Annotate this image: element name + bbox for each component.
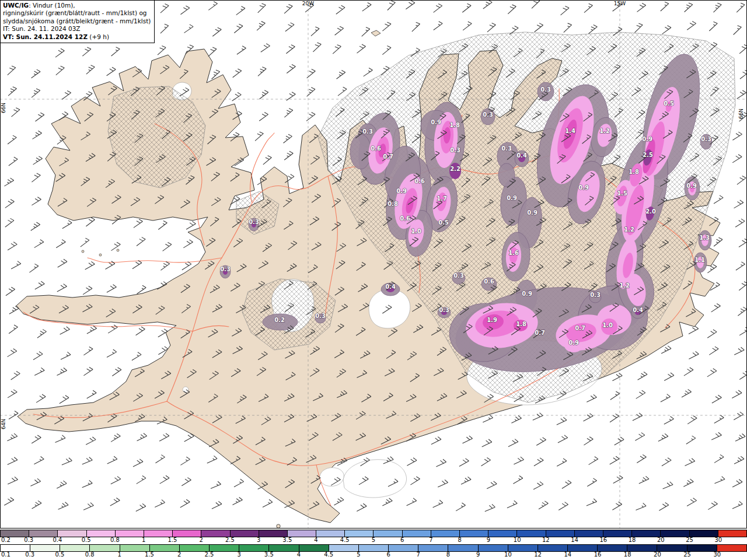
colorbar-rain-segment [329,545,359,551]
colorbar-sleet-segment [460,530,488,537]
colorbar-rain-tick-label: 3 [237,552,240,558]
colorbar-rain-tick-label: 10 [504,552,512,558]
precip-value-label: 0.9 [507,195,517,201]
precip-value-label: 0.5 [438,219,449,226]
legend: 0.20.30.40.50.811.522.533.544.5567891012… [0,528,747,558]
colorbar-rain-tick-label: 0.8 [85,552,95,558]
precip-value-label: 0.6 [400,215,410,222]
latitude-label: 64N [1,419,6,429]
precip-value-label: 0.9 [578,184,589,191]
precip-value-label: 0.9 [431,119,441,125]
precip-value-label: 0.9 [522,290,532,297]
colorbar-sleet-segment [259,530,288,537]
colorbar-rain-segment [448,545,478,551]
colorbar-rain-tick-label: 0.5 [55,552,64,558]
precip-value-label: 0.3 [439,307,449,313]
colorbar-sleet-tick-label: 0.5 [82,537,91,543]
colorbar-sleet-tick-label: 7 [429,537,432,543]
precip-value-label: 0.9 [686,183,697,189]
colorbar-sleet-segment [517,530,546,537]
colorbar-rain-segment [90,545,120,551]
colorbar-rain-segment [687,545,717,551]
colorbar-sleet-tick-label: 0.4 [53,537,62,543]
precip-value-label: 0.9 [642,136,652,142]
colorbar-rain-segment [150,545,180,551]
precip-value-label: 0.8 [388,201,398,207]
colorbar-rain-segment [717,545,746,551]
colorbar-rain-segment [1,545,30,551]
precip-value-label: 1.4 [565,128,575,134]
colorbar-sleet-tick-label: 25 [686,537,693,543]
precip-value-label: 0.3 [501,145,512,152]
colorbar-rain-segment [389,545,418,551]
colorbar-rain-tick-label: 5 [357,552,360,558]
colorbar-sleet-segment [231,530,259,537]
colorbar-sleet-segment [690,530,718,537]
longitude-label: 20W [302,1,314,6]
precip-value-label: 1.3 [699,235,710,241]
colorbar-rain-tick-label: 7 [417,552,420,558]
colorbar-rain-tick-label: 20 [654,552,661,558]
precip-value-label: 0.6 [371,145,381,152]
precip-value-label: 1.8 [629,169,639,175]
colorbar-sleet-segment [546,530,575,537]
lake-thingvallavatn [183,387,189,393]
colorbar-rain-tick-label: 3.5 [264,552,274,558]
colorbar-rain-tick-label: 12 [534,552,542,558]
colorbar-sleet-segment [345,530,374,537]
colorbar-rain-tick-label: 2.5 [204,552,214,558]
colorbar-sleet-tick-label: 16 [599,537,607,543]
colorbar-rain-tick-label: 2 [177,552,181,558]
colorbar-sleet-segment [58,530,86,537]
precip-value-label: 0.3 [540,86,551,93]
colorbar-rain-segment [657,545,687,551]
precip-value-label: 0.3 [249,219,259,225]
colorbar-rain-tick-label: 8 [446,552,450,558]
precip-value-label: 1.2 [624,226,634,233]
weather-map-page: 0.30.50.91.80.31.41.20.30.30.60.90.70.30… [0,0,747,560]
colorbar-rain-segment [30,545,60,551]
precip-value-label: 1.0 [411,228,421,235]
precip-value-label: 2.5 [643,152,653,158]
colorbar-sleet-segment [29,530,58,537]
colorbar-sleet-segment [488,530,517,537]
colorbar-sleet-tick-label: 2 [199,537,203,543]
colorbar-rain-segment [418,545,448,551]
colorbar-sleet-tick-label: 30 [714,537,722,543]
precip-value-label: 0.6 [414,178,425,184]
precip-value-label: 1.8 [449,122,460,128]
precip-value-label: 1.5 [617,190,627,197]
precip-value-label: 0.6 [484,278,494,285]
colorbar-rain [0,544,747,552]
precip-value-label: 0.3 [315,313,326,319]
colorbar-rain-segment [299,545,329,551]
colorbar-rain-segment [627,545,657,551]
colorbar-rain-labels: 0.10.30.50.811.522.533.544.5567891012141… [0,552,747,558]
precip-value-label: 0.3 [450,147,460,153]
colorbar-sleet-segment [316,530,345,537]
colorbar-sleet-segment [403,530,431,537]
precip-value-label: 0.3 [701,136,711,142]
precip-value-label: 1.2 [599,128,610,134]
colorbar-sleet-tick-label: 6 [400,537,404,543]
precip-value-label: 0.7 [535,330,545,336]
colorbar-sleet-segment [374,530,402,537]
model-name: UWC/IG [3,2,29,9]
colorbar-rain-segment [568,545,598,551]
colorbar-rain-tick-label: 4.5 [324,552,333,558]
precip-value-label: 1.2 [619,282,630,289]
precip-value-label: 1.9 [487,317,497,323]
precip-blob [350,134,371,169]
precip-value-label: 0.3 [362,128,373,135]
precip-value-label: 0.9 [527,209,537,216]
map-canvas: 0.30.50.91.80.31.41.20.30.30.60.90.70.30… [0,0,747,528]
precip-value-label: 2.2 [450,166,460,172]
colorbar-rain-tick-label: 25 [683,552,691,558]
precip-value-label: 0.4 [516,152,527,159]
colorbar-rain-tick-label: 14 [564,552,571,558]
colorbar-sleet-tick-label: 3.5 [282,537,292,543]
colorbar-sleet-segment [575,530,603,537]
colorbar-sleet-tick-label: 3 [257,537,260,543]
info-line-1: UWC/IG: Vindur (10m), [3,2,151,9]
colorbar-sleet-tick-label: 4 [314,537,317,543]
